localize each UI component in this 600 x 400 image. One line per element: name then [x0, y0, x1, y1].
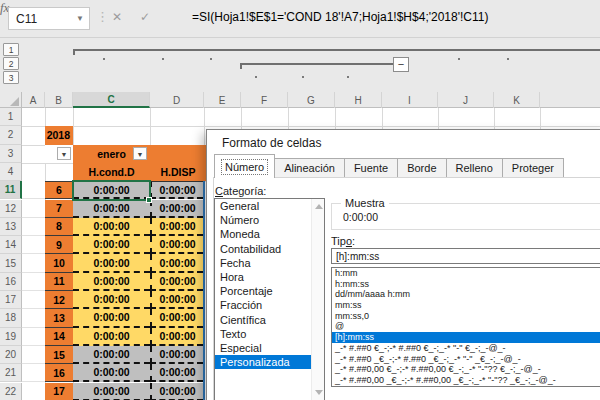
outline-level-2-button[interactable]: 2	[3, 57, 19, 70]
cell[interactable]	[22, 200, 45, 218]
time-cell[interactable]: 0:00:00	[150, 383, 203, 400]
day-cell[interactable]: 12	[45, 291, 73, 309]
chevron-down-icon[interactable]: ▼	[76, 14, 84, 23]
category-item[interactable]: General	[215, 199, 324, 213]
cell[interactable]	[22, 291, 45, 309]
category-item[interactable]: Porcentaje	[215, 284, 324, 298]
tab-relleno[interactable]: Relleno	[447, 158, 503, 178]
category-item[interactable]: Especial	[215, 341, 324, 355]
time-cell[interactable]: 0:00:00	[150, 200, 203, 218]
category-item[interactable]: Personalizada	[215, 355, 324, 369]
time-cell[interactable]: 0:00:00	[73, 200, 150, 218]
format-item[interactable]: _-* #.##0 €_-;-* #.##0 €_-;_-* "-" €_-;_…	[332, 343, 600, 354]
scroll-down-icon[interactable]	[315, 390, 323, 395]
format-item[interactable]: mm:ss,0	[332, 311, 600, 322]
day-cell[interactable]: 17	[45, 383, 73, 400]
row-header[interactable]: 15	[0, 254, 22, 272]
formula-input[interactable]: =SI(Hoja1!$E$1='COND 18'!A7;Hoja1!$H$4;'…	[192, 10, 488, 24]
category-item[interactable]: Contabilidad	[215, 242, 324, 256]
column-header-I[interactable]: I	[382, 92, 438, 108]
time-cell[interactable]: 0:00:00	[150, 328, 203, 346]
row-header[interactable]: 16	[0, 273, 22, 291]
outline-level-3-button[interactable]: 3	[3, 71, 19, 84]
time-cell[interactable]: 0:00:00	[73, 309, 150, 327]
time-cell[interactable]: 0:00:00	[73, 236, 150, 254]
column-header-D[interactable]: D	[150, 92, 204, 108]
outline-level-1-button[interactable]: 1	[3, 43, 19, 56]
category-item[interactable]: Moneda	[215, 227, 324, 241]
select-all-corner[interactable]	[0, 92, 22, 108]
scrollbar[interactable]	[311, 199, 324, 400]
time-cell[interactable]: 0:00:00	[150, 181, 203, 199]
column-header-H[interactable]: H	[335, 92, 382, 108]
cell[interactable]	[22, 346, 45, 364]
cell[interactable]	[22, 309, 45, 327]
tab-numero[interactable]: Número	[214, 154, 275, 178]
format-item[interactable]: mm:ss	[332, 300, 600, 311]
format-item[interactable]: h:mm	[332, 268, 600, 279]
row-header[interactable]: 17	[0, 291, 22, 309]
row-header[interactable]: 22	[0, 383, 22, 400]
day-cell[interactable]: 11	[45, 273, 73, 291]
category-item[interactable]: Científica	[215, 313, 324, 327]
time-cell[interactable]: 0:00:00	[73, 364, 150, 382]
day-cell[interactable]: 6	[45, 181, 73, 199]
day-cell[interactable]: 16	[45, 364, 73, 382]
column-title-cell[interactable]: H.DISP	[150, 163, 206, 181]
row-header[interactable]: 13	[0, 218, 22, 236]
format-item[interactable]: @	[332, 321, 600, 332]
column-header-C[interactable]: C	[73, 92, 150, 108]
time-cell[interactable]: 0:00:00	[73, 273, 150, 291]
category-item[interactable]: Fecha	[215, 256, 324, 270]
category-item[interactable]: Número	[215, 213, 324, 227]
cell[interactable]	[22, 218, 45, 236]
column-header-G[interactable]: G	[288, 92, 335, 108]
row-header[interactable]: 20	[0, 346, 22, 364]
day-cell[interactable]: 9	[45, 236, 73, 254]
format-item[interactable]: _-* #.##0,00 €_-;-* #.##0,00 €_-;_-* "-"…	[332, 364, 600, 375]
cell[interactable]	[22, 181, 45, 199]
time-cell[interactable]: 0:00:00	[150, 309, 203, 327]
row-header[interactable]: 14	[0, 236, 22, 254]
day-cell[interactable]: 10	[45, 254, 73, 272]
tab-alineacion[interactable]: Alineación	[275, 158, 345, 178]
cell[interactable]	[22, 383, 45, 400]
cell[interactable]	[150, 145, 206, 163]
column-header-F[interactable]: F	[241, 92, 288, 108]
time-cell[interactable]: 0:00:00	[73, 218, 150, 236]
time-cell[interactable]: 0:00:00	[150, 218, 203, 236]
format-item[interactable]: dd/mm/aaaa h:mm	[332, 289, 600, 300]
format-item[interactable]: h:mm:ss	[332, 279, 600, 290]
tab-fuente[interactable]: Fuente	[345, 158, 398, 178]
cell[interactable]	[22, 254, 45, 272]
time-cell[interactable]: 0:00:00	[73, 346, 150, 364]
row-header[interactable]: 19	[0, 328, 22, 346]
format-item[interactable]: _-* #.##0 _€_-;-* #.##0 _€_-;_-* "-" _€_…	[332, 354, 600, 365]
row-header[interactable]: 11	[0, 181, 22, 199]
column-title-cell[interactable]: H.cond.D	[73, 163, 150, 181]
time-cell[interactable]: 0:00:00	[150, 291, 203, 309]
time-cell[interactable]: 0:00:00	[73, 383, 150, 400]
row-header[interactable]: 21	[0, 364, 22, 382]
time-cell[interactable]: 0:00:00	[150, 273, 203, 291]
time-cell[interactable]: 0:00:00	[150, 236, 203, 254]
category-item[interactable]: Texto	[215, 327, 324, 341]
category-item[interactable]: Fracción	[215, 298, 324, 312]
type-input[interactable]: [h]:mm:ss	[331, 248, 600, 264]
time-cell[interactable]: 0:00:00	[73, 254, 150, 272]
row-header[interactable]: 2	[0, 126, 22, 144]
enter-icon[interactable]: ✓	[140, 10, 150, 24]
collapse-group-button[interactable]: −	[393, 57, 409, 72]
filter-dropdown-button[interactable]: ▼	[57, 147, 71, 160]
filter-dropdown-button[interactable]: ▼	[133, 147, 147, 160]
day-cell[interactable]: 15	[45, 346, 73, 364]
time-cell[interactable]: 0:00:00	[73, 291, 150, 309]
row-header[interactable]: 12	[0, 200, 22, 218]
tab-proteger[interactable]: Proteger	[503, 158, 564, 178]
cell[interactable]	[22, 364, 45, 382]
time-cell[interactable]: 0:00:00	[73, 328, 150, 346]
row-header[interactable]: 1	[0, 108, 22, 126]
column-header-B[interactable]: B	[45, 92, 73, 108]
scroll-up-icon[interactable]	[315, 204, 323, 209]
column-header-A[interactable]: A	[22, 92, 45, 108]
